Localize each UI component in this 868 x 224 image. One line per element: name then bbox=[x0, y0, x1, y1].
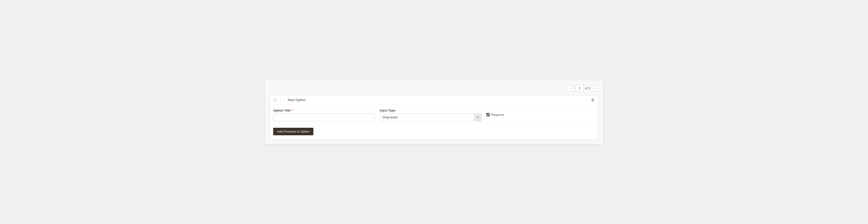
required-star: * bbox=[291, 109, 293, 112]
input-type-group: Input Type Drop-down Radio Buttons Check… bbox=[380, 109, 482, 121]
card-body: Option Title * Input Type Drop-down Radi… bbox=[270, 105, 598, 139]
pagination-of-label: of 1 bbox=[585, 86, 590, 90]
drag-handle-icon[interactable]: ⋮⋮ bbox=[279, 98, 286, 102]
delete-icon[interactable]: 🗑 bbox=[591, 98, 595, 102]
option-title-label: Option Title * bbox=[273, 109, 375, 112]
pagination-prev-button[interactable]: ‹ bbox=[567, 85, 574, 92]
divider bbox=[273, 123, 595, 124]
option-title-input[interactable] bbox=[273, 113, 375, 121]
pagination-bar: ‹ 1 of 1 › bbox=[270, 85, 598, 92]
required-checkbox[interactable] bbox=[486, 113, 490, 116]
input-type-select[interactable]: Drop-down Radio Buttons Checkbox Multipl… bbox=[380, 113, 482, 121]
pagination-current-page: 1 bbox=[576, 85, 583, 92]
card-title: New Option bbox=[288, 98, 305, 102]
card-header: ◯ ⋮⋮ New Option 🗑 bbox=[270, 95, 598, 105]
pagination-next-button[interactable]: › bbox=[592, 85, 598, 92]
form-row-main: Option Title * Input Type Drop-down Radi… bbox=[273, 109, 595, 121]
add-products-button[interactable]: Add Products to Option bbox=[273, 128, 313, 135]
card-header-left: ◯ ⋮⋮ New Option bbox=[273, 98, 305, 102]
input-type-label: Input Type bbox=[380, 109, 482, 112]
option-title-group: Option Title * bbox=[273, 109, 375, 121]
main-container: ‹ 1 of 1 › ◯ ⋮⋮ New Option 🗑 Option Titl… bbox=[265, 80, 603, 144]
option-card: ◯ ⋮⋮ New Option 🗑 Option Title * bbox=[270, 95, 598, 139]
required-group: Required bbox=[486, 113, 504, 117]
collapse-icon[interactable]: ◯ bbox=[273, 98, 277, 102]
input-type-select-wrapper: Drop-down Radio Buttons Checkbox Multipl… bbox=[380, 113, 482, 121]
required-label: Required bbox=[491, 113, 504, 117]
